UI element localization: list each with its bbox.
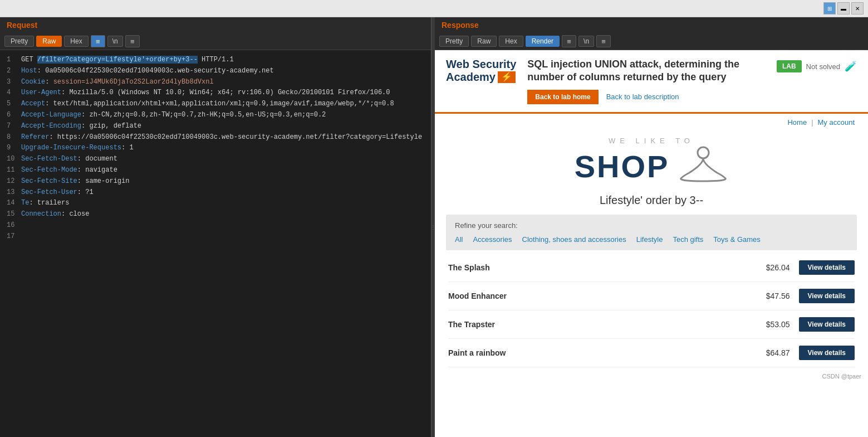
- product-row: Mood Enhancer $47.56 View details: [448, 282, 855, 310]
- view-details-btn[interactable]: View details: [799, 346, 855, 360]
- refine-link-lifestyle[interactable]: Lifestyle: [636, 235, 663, 244]
- lab-actions: Back to lab home Back to lab description: [527, 90, 766, 104]
- view-details-btn[interactable]: View details: [799, 317, 855, 332]
- logo-academy: Academy ⚡: [446, 71, 516, 84]
- lab-logo: Web Security Academy ⚡: [446, 58, 516, 84]
- resp-render-btn[interactable]: Render: [526, 36, 560, 47]
- resp-body-icon-btn[interactable]: ≡: [562, 35, 576, 47]
- resp-raw-btn[interactable]: Raw: [471, 36, 497, 47]
- home-link[interactable]: Home: [787, 118, 807, 127]
- logo-badge: ⚡: [498, 71, 516, 82]
- nav-separator: |: [811, 118, 813, 127]
- back-to-description-link[interactable]: Back to lab description: [606, 93, 679, 101]
- product-price: $26.04: [751, 263, 790, 272]
- code-line-13: 13 Sec-Fetch-User: ?1: [7, 187, 424, 198]
- lab-info: SQL injection UNION attack, determining …: [527, 58, 766, 104]
- product-name: Mood Enhancer: [448, 292, 742, 300]
- code-line-14: 14 Te: trailers: [7, 198, 424, 209]
- product-name: The Trapster: [448, 320, 742, 329]
- refine-link-clothing[interactable]: Clothing, shoes and accessories: [522, 235, 626, 244]
- product-row: The Trapster $53.05 View details: [448, 310, 855, 339]
- code-line-10: 10 Sec-Fetch-Dest: document: [7, 154, 424, 165]
- product-name: Paint a rainbow: [448, 348, 742, 357]
- resp-pretty-btn[interactable]: Pretty: [439, 36, 469, 47]
- lab-status: Not solved: [806, 62, 840, 71]
- pretty-btn[interactable]: Pretty: [4, 36, 34, 47]
- lab-header: Web Security Academy ⚡ SQL injection UNI…: [435, 50, 868, 114]
- products-section: The Splash $26.04 View details Mood Enha…: [435, 250, 868, 371]
- view-details-btn[interactable]: View details: [799, 260, 855, 275]
- footer-credit: CSDN @tpaer: [435, 371, 868, 382]
- code-line-17: 17: [7, 231, 424, 242]
- shop-logo: WE LIKE TO SHOP: [575, 137, 729, 188]
- product-price: $53.05: [751, 320, 790, 329]
- refine-label: Refine your search:: [455, 221, 848, 230]
- refine-link-toys[interactable]: Toys & Games: [713, 235, 761, 244]
- svg-point-0: [698, 147, 709, 158]
- product-price: $47.56: [751, 292, 790, 300]
- back-to-lab-home-btn[interactable]: Back to lab home: [527, 90, 598, 104]
- menu-btn[interactable]: ≡: [125, 35, 140, 47]
- hex-btn[interactable]: Hex: [64, 36, 88, 47]
- product-row: Paint a rainbow $64.87 View details: [448, 339, 855, 367]
- lab-badge: LAB: [777, 60, 802, 72]
- refine-links: All Accessories Clothing, shoes and acce…: [455, 235, 848, 244]
- request-panel: Request Pretty Raw Hex ≡ \n ≡ 1 GET /fil…: [0, 17, 431, 437]
- code-line-3: 3 Cookie: session=iJ4MUk6DjaTo2S2Laor2d4…: [7, 77, 424, 88]
- raw-btn[interactable]: Raw: [36, 36, 62, 47]
- code-line-1: 1 GET /filter?category=Lifestyle'+order+…: [7, 55, 424, 66]
- shop-we-like-to: WE LIKE TO: [575, 137, 729, 145]
- refine-link-accessories[interactable]: Accessories: [473, 235, 512, 244]
- shop-nav: Home | My account: [435, 114, 868, 131]
- panel-split-icon[interactable]: ⊞: [823, 2, 836, 14]
- code-line-16: 16: [7, 220, 424, 231]
- flask-icon: 🧪: [845, 60, 857, 72]
- code-line-11: 11 Sec-Fetch-Mode: navigate: [7, 165, 424, 176]
- logo-text: Web Security: [446, 58, 516, 71]
- shop-name: SHOP: [575, 148, 670, 184]
- resp-backslash-n-btn[interactable]: \n: [578, 36, 594, 47]
- code-line-9: 9 Upgrade-Insecure-Requests: 1: [7, 143, 424, 154]
- lab-title: SQL injection UNION attack, determining …: [527, 58, 766, 84]
- response-panel: Response Pretty Raw Hex Render ≡ \n ≡ We…: [435, 17, 868, 437]
- product-price: $64.87: [751, 348, 790, 357]
- code-line-7: 7 Accept-Encoding: gzip, deflate: [7, 121, 424, 132]
- refine-link-all[interactable]: All: [455, 235, 463, 244]
- product-name: The Splash: [448, 263, 742, 272]
- lab-status-area: LAB Not solved 🧪: [777, 60, 857, 72]
- shop-query-title: Lifestyle' order by 3--: [435, 194, 868, 207]
- code-line-8: 8 Referer: https://0a05006c04f22530c02ed…: [7, 132, 424, 143]
- code-line-15: 15 Connection: close: [7, 209, 424, 220]
- request-title: Request: [0, 17, 431, 33]
- top-bar: ⊞ ▬ ✕: [0, 0, 868, 17]
- code-line-12: 12 Sec-Fetch-Site: same-origin: [7, 176, 424, 187]
- resp-hex-btn[interactable]: Hex: [499, 36, 523, 47]
- backslash-n-btn[interactable]: \n: [107, 36, 123, 47]
- refine-link-tech[interactable]: Tech gifts: [673, 235, 703, 244]
- view-details-btn[interactable]: View details: [799, 289, 855, 303]
- request-code-area: 1 GET /filter?category=Lifestyle'+order+…: [0, 50, 431, 437]
- panel-close-icon[interactable]: ✕: [851, 2, 864, 14]
- refine-section: Refine your search: All Accessories Clot…: [446, 215, 857, 250]
- response-toolbar: Pretty Raw Hex Render ≡ \n ≡: [435, 33, 868, 50]
- code-line-6: 6 Accept-Language: zh-CN,zh;q=0.8,zh-TW;…: [7, 110, 424, 121]
- code-line-5: 5 Accept: text/html,application/xhtml+xm…: [7, 99, 424, 110]
- code-line-4: 4 User-Agent: Mozilla/5.0 (Windows NT 10…: [7, 88, 424, 99]
- shop-logo-area: WE LIKE TO SHOP: [435, 131, 868, 191]
- request-toolbar: Pretty Raw Hex ≡ \n ≡: [0, 33, 431, 50]
- my-account-link[interactable]: My account: [818, 118, 855, 127]
- panel-single-icon[interactable]: ▬: [837, 2, 850, 14]
- resp-menu-btn[interactable]: ≡: [596, 35, 611, 47]
- body-icon-btn[interactable]: ≡: [91, 35, 105, 47]
- product-row: The Splash $26.04 View details: [448, 254, 855, 282]
- web-content-area: Web Security Academy ⚡ SQL injection UNI…: [435, 50, 868, 437]
- response-title: Response: [435, 17, 868, 33]
- hanger-icon: [678, 145, 728, 188]
- code-line-2: 2 Host: 0a05006c04f22530c02edd710049003c…: [7, 66, 424, 77]
